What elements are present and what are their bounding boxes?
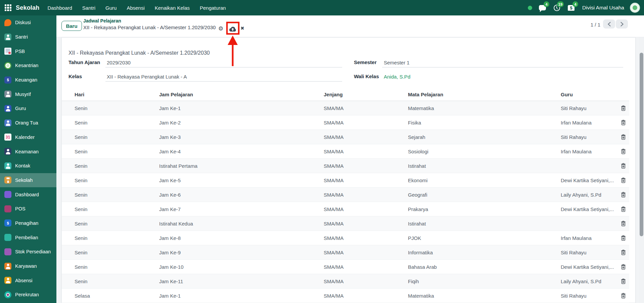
- sidebar-icon-pos: [4, 205, 11, 212]
- cell-mata-pelajaran: Ekonomi: [408, 178, 561, 183]
- column-header-jam-pelajaran[interactable]: Jam Pelajaran: [159, 92, 324, 97]
- column-header-jenjang[interactable]: Jenjang: [324, 92, 408, 97]
- sidebar-item-keuangan[interactable]: $ Keuangan: [0, 73, 56, 87]
- top-menu-item-dashboard[interactable]: Dashboard: [47, 5, 72, 11]
- column-header-mata-pelajaran[interactable]: Mata Pelajaran: [408, 92, 561, 97]
- cell-guru: Irfan Maulana: [561, 120, 619, 125]
- sidebar-item-penagihan[interactable]: $ Penagihan: [0, 216, 56, 231]
- sidebar-item-diskusi[interactable]: Diskusi: [0, 15, 56, 30]
- field-underline: [105, 67, 342, 67]
- discard-x-icon[interactable]: ✖: [240, 26, 244, 31]
- apps-grid-icon[interactable]: [5, 4, 11, 11]
- top-menu-item-absensi[interactable]: Absensi: [127, 5, 144, 11]
- sidebar-item-keamanan[interactable]: Keamanan: [0, 144, 56, 159]
- cell-hari: Senin: [75, 149, 159, 154]
- sidebar-item-perekrutan[interactable]: Perekrutan: [0, 288, 56, 302]
- sales-button[interactable]: $ 4: [567, 3, 576, 12]
- trash-icon: [621, 120, 626, 125]
- sidebar-item-orang-tua[interactable]: Orang Tua: [0, 116, 56, 130]
- sidebar-item-guru[interactable]: Guru: [0, 101, 56, 116]
- field-value-kelas[interactable]: XII - Rekayasa Perangkat Lunak - A: [107, 74, 187, 80]
- cell-jenjang: SMA/MA: [324, 206, 408, 212]
- delete-row-button[interactable]: [619, 133, 627, 141]
- top-menu-item-pengaturan[interactable]: Pengaturan: [200, 5, 226, 11]
- delete-row-button[interactable]: [619, 292, 627, 300]
- delete-row-button[interactable]: [619, 104, 627, 112]
- gear-icon[interactable]: ⚙: [218, 26, 223, 32]
- messages-button[interactable]: 4: [538, 3, 547, 12]
- new-button[interactable]: Baru: [61, 21, 82, 31]
- breadcrumb-parent-link[interactable]: Jadwal Pelajaran: [83, 18, 216, 23]
- table-row[interactable]: Senin Jam Ke-3 SMA/MA Sejarah Siti Rahay…: [62, 130, 629, 144]
- table-row[interactable]: Senin Jam Ke-11 SMA/MA Fiqih Laily Ahyan…: [62, 274, 629, 289]
- table-row[interactable]: Senin Jam Ke-9 SMA/MA Informatika Siti R…: [62, 245, 629, 260]
- sidebar-item-label: Dashboard: [15, 192, 39, 197]
- sidebar-item-absensi[interactable]: Absensi: [0, 273, 56, 288]
- sidebar-item-stok-persediaan[interactable]: Stok Persediaan: [0, 245, 56, 259]
- sidebar-item-kalender[interactable]: 31 Kalender: [0, 130, 56, 145]
- sidebar-item-sekolah[interactable]: Sekolah: [0, 173, 56, 188]
- top-menu-item-santri[interactable]: Santri: [82, 5, 95, 11]
- field-value-tahun-ajaran[interactable]: 2029/2030: [107, 60, 131, 65]
- delete-row-button[interactable]: [619, 219, 627, 228]
- table-row[interactable]: Senin Jam Ke-2 SMA/MA Fisika Irfan Maula…: [62, 115, 629, 130]
- sidebar-item-label: Keuangan: [15, 77, 37, 83]
- sidebar-icon-pembelian: [4, 234, 11, 241]
- cell-guru: Dewi Kartika Setiyani,...: [561, 178, 619, 183]
- table-row[interactable]: Senin Jam Ke-7 SMA/MA Prakarya Dewi Kart…: [62, 202, 629, 216]
- top-menu-item-guru[interactable]: Guru: [105, 5, 117, 11]
- cell-jenjang: SMA/MA: [324, 279, 408, 284]
- table-row[interactable]: Senin Jam Ke-1 SMA/MA Matematika Siti Ra…: [62, 101, 629, 115]
- field-value-semester[interactable]: Semester 1: [384, 60, 410, 65]
- delete-row-button[interactable]: [619, 176, 627, 184]
- delete-row-button[interactable]: [619, 263, 627, 271]
- table-row[interactable]: Senin Istirahat Pertama SMA/MA Istirahat: [62, 159, 629, 173]
- top-menu-item-kenaikan-kelas[interactable]: Kenaikan Kelas: [155, 5, 190, 11]
- cell-guru: Laily Ahyani, S.Pd: [561, 192, 619, 198]
- table-row[interactable]: Selasa Jam Ke-1 SMA/MA Matematika Siti R…: [62, 289, 629, 303]
- save-cloud-button[interactable]: [229, 25, 237, 33]
- field-value-wali-kelas-link[interactable]: Anida, S.Pd: [384, 74, 410, 80]
- sidebar-item-karyawan[interactable]: Karyawan: [0, 259, 56, 273]
- cell-hari: Selasa: [75, 293, 159, 299]
- pager-prev-button[interactable]: [603, 19, 615, 29]
- user-menu[interactable]: Divisi Amal Usaha: [582, 5, 624, 11]
- activities-button[interactable]: 19: [552, 3, 561, 12]
- sidebar-icon-absensi: [4, 277, 11, 284]
- avatar[interactable]: [630, 3, 640, 13]
- pager-next-button[interactable]: [616, 19, 628, 29]
- delete-row-button[interactable]: [619, 277, 627, 285]
- cell-guru: Irfan Maulana: [561, 235, 619, 241]
- column-header-hari[interactable]: Hari: [75, 92, 159, 97]
- sidebar-item-pos[interactable]: POS: [0, 202, 56, 216]
- breadcrumb-current: XII - Rekayasa Perangkat Lunak - A/Semes…: [83, 24, 216, 30]
- sidebar-item-label: Sekolah: [15, 178, 33, 183]
- table-row[interactable]: Senin Jam Ke-4 SMA/MA Sosiologi Irfan Ma…: [62, 144, 629, 159]
- sidebar-icon-stok-persediaan: [4, 248, 11, 255]
- sidebar-item-dashboard[interactable]: Dashboard: [0, 187, 56, 202]
- delete-row-button[interactable]: [619, 118, 627, 127]
- table-row[interactable]: Senin Jam Ke-8 SMA/MA PJOK Irfan Maulana: [62, 231, 629, 245]
- delete-row-button[interactable]: [619, 162, 627, 170]
- table-row[interactable]: Senin Jam Ke-6 SMA/MA Geografi Laily Ahy…: [62, 188, 629, 202]
- delete-row-button[interactable]: [619, 205, 627, 213]
- delete-row-button[interactable]: [619, 147, 627, 155]
- cell-hari: Senin: [75, 120, 159, 125]
- app-title[interactable]: Sekolah: [16, 4, 39, 11]
- sidebar-item-santri[interactable]: Santri: [0, 30, 56, 44]
- sidebar-item-pembelian[interactable]: Pembelian: [0, 230, 56, 245]
- column-header-guru[interactable]: Guru: [561, 92, 619, 97]
- scrollbar-thumb[interactable]: [640, 53, 643, 236]
- sidebar-item-psb[interactable]: PSB: [0, 44, 56, 58]
- delete-row-button[interactable]: [619, 191, 627, 199]
- sidebar-item-kontak[interactable]: Kontak: [0, 159, 56, 173]
- table-row[interactable]: Senin Jam Ke-10 SMA/MA Bahasa Arab Dewi …: [62, 260, 629, 274]
- table-row[interactable]: Senin Jam Ke-5 SMA/MA Ekonomi Dewi Karti…: [62, 173, 629, 188]
- cell-guru: Dewi Kartika Setiyani,...: [561, 264, 619, 270]
- sidebar-item-kesantrian[interactable]: Kesantrian: [0, 58, 56, 73]
- delete-row-button[interactable]: [619, 248, 627, 256]
- table-header-row: Hari Jam Pelajaran Jenjang Mata Pelajara…: [62, 88, 629, 101]
- table-row[interactable]: Senin Istirahat Kedua SMA/MA Istirahat: [62, 216, 629, 231]
- delete-row-button[interactable]: [619, 234, 627, 242]
- sidebar-item-musyrif[interactable]: Musyrif: [0, 87, 56, 101]
